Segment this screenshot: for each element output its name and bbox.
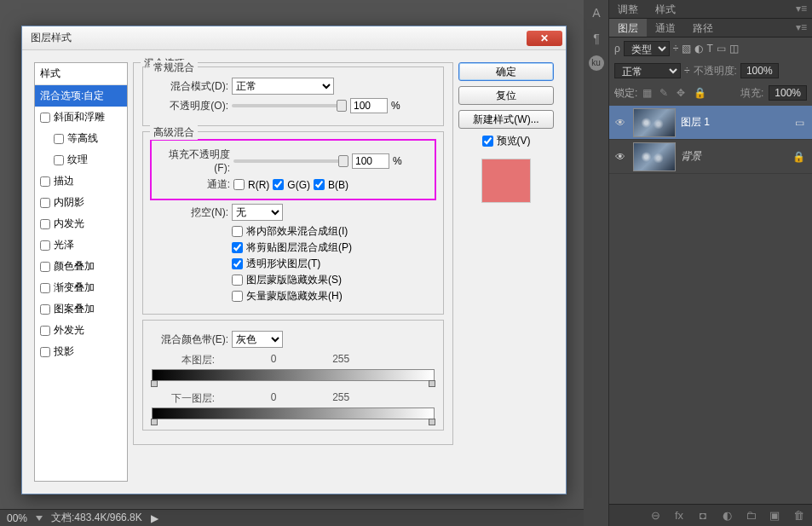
adv-checkbox-label: 图层蒙版隐藏效果(S) bbox=[246, 273, 342, 287]
paragraph-icon[interactable]: ¶ bbox=[584, 26, 609, 51]
style-row-12[interactable]: 投影 bbox=[35, 341, 127, 362]
lock-label: 锁定: bbox=[614, 86, 637, 101]
mask-icon[interactable]: ◘ bbox=[696, 509, 710, 523]
layers-menu-icon[interactable]: ▾≡ bbox=[791, 19, 812, 37]
style-row-8[interactable]: 颜色叠加 bbox=[35, 256, 127, 277]
fx-icon[interactable]: fx bbox=[672, 509, 686, 523]
adv-checkbox-4[interactable] bbox=[232, 291, 243, 302]
layer-thumbnail[interactable] bbox=[633, 108, 676, 137]
style-checkbox[interactable] bbox=[40, 304, 50, 315]
opacity-value[interactable]: 100% bbox=[740, 63, 779, 78]
advanced-blend-legend: 高级混合 bbox=[150, 125, 198, 140]
style-row-4[interactable]: 描边 bbox=[35, 171, 127, 192]
style-checkbox[interactable] bbox=[54, 134, 64, 144]
fill-opacity-input[interactable] bbox=[352, 153, 389, 169]
layer-name-label[interactable]: 背景 bbox=[681, 149, 792, 164]
style-checkbox[interactable] bbox=[40, 262, 50, 272]
layer-name-label[interactable]: 图层 1 bbox=[681, 115, 792, 130]
fill-value[interactable]: 100% bbox=[769, 85, 807, 101]
pct-label: % bbox=[393, 155, 402, 167]
style-row-9[interactable]: 渐变叠加 bbox=[35, 277, 127, 298]
lock-icon: 🔒 bbox=[792, 151, 805, 163]
style-checkbox[interactable] bbox=[40, 113, 50, 123]
style-row-7[interactable]: 光泽 bbox=[35, 234, 127, 256]
layer-row-background[interactable]: 👁 背景 🔒 bbox=[609, 140, 812, 174]
style-row-2[interactable]: 等高线 bbox=[35, 128, 127, 149]
channel-g-checkbox[interactable] bbox=[273, 179, 284, 190]
fill-opacity-slider[interactable] bbox=[233, 159, 348, 163]
opacity-slider[interactable] bbox=[232, 104, 347, 107]
tab-paths[interactable]: 路径 bbox=[684, 19, 722, 37]
kuler-icon[interactable]: ku bbox=[589, 55, 604, 71]
tab-layers[interactable]: 图层 bbox=[609, 19, 647, 37]
new-layer-icon[interactable]: ▣ bbox=[768, 509, 781, 523]
channels-label: 通道: bbox=[153, 177, 230, 192]
zoom-menu-icon[interactable] bbox=[36, 516, 43, 521]
adv-checkbox-0[interactable] bbox=[232, 226, 243, 237]
this-layer-gradient[interactable] bbox=[152, 369, 435, 381]
link-layers-icon[interactable]: ⊖ bbox=[648, 509, 662, 523]
fill-opacity-label: 填充不透明度(F): bbox=[153, 147, 230, 174]
tab-adjustments[interactable]: 调整 bbox=[609, 0, 647, 18]
adv-checkbox-1[interactable] bbox=[232, 242, 243, 253]
filter-smart-icon[interactable]: ◫ bbox=[729, 43, 739, 55]
style-checkbox[interactable] bbox=[40, 219, 50, 229]
style-checkbox[interactable] bbox=[40, 326, 50, 336]
style-row-11[interactable]: 外发光 bbox=[35, 320, 127, 341]
lock-all-icon[interactable]: 🔒 bbox=[694, 87, 705, 99]
pct-label: % bbox=[391, 100, 400, 112]
channel-r-checkbox[interactable] bbox=[233, 179, 245, 190]
general-blend-legend: 常规混合 bbox=[150, 61, 198, 75]
layer-link-icon[interactable]: ▭ bbox=[792, 117, 807, 129]
layer-row-1[interactable]: 👁 图层 1 ▭ bbox=[609, 106, 812, 140]
style-checkbox[interactable] bbox=[54, 155, 64, 165]
lock-pixels-icon[interactable]: ✎ bbox=[659, 87, 671, 99]
layer-filter-kind[interactable]: 类型 bbox=[624, 41, 670, 56]
style-row-6[interactable]: 内发光 bbox=[35, 213, 127, 234]
layer-thumbnail[interactable] bbox=[633, 142, 676, 171]
filter-adjust-icon[interactable]: ◐ bbox=[694, 43, 703, 55]
type-tool-icon[interactable]: A bbox=[584, 0, 609, 26]
channel-b-checkbox[interactable] bbox=[314, 179, 325, 190]
lock-position-icon[interactable]: ✥ bbox=[677, 87, 688, 99]
delete-layer-icon[interactable]: 🗑 bbox=[792, 509, 805, 523]
style-row-1[interactable]: 斜面和浮雕 bbox=[35, 107, 127, 128]
blend-if-dropdown[interactable]: 灰色 bbox=[232, 331, 283, 348]
style-checkbox[interactable] bbox=[40, 176, 50, 187]
opacity-input[interactable] bbox=[350, 98, 388, 113]
visibility-icon[interactable]: 👁 bbox=[613, 117, 628, 129]
style-row-0[interactable]: 混合选项:自定 bbox=[35, 85, 127, 107]
style-row-5[interactable]: 内阴影 bbox=[35, 192, 127, 213]
tab-channels[interactable]: 通道 bbox=[647, 19, 684, 37]
filter-type-icon[interactable]: T bbox=[706, 43, 712, 55]
zoom-level[interactable]: 00% bbox=[7, 512, 27, 524]
cancel-button[interactable]: 复位 bbox=[458, 86, 554, 105]
new-style-button[interactable]: 新建样式(W)... bbox=[458, 110, 554, 129]
style-checkbox[interactable] bbox=[40, 283, 50, 293]
style-row-3[interactable]: 纹理 bbox=[35, 149, 127, 171]
filter-shape-icon[interactable]: ▭ bbox=[717, 43, 726, 55]
visibility-icon[interactable]: 👁 bbox=[613, 151, 628, 163]
adv-checkbox-2[interactable] bbox=[232, 258, 243, 269]
blend-mode-dropdown[interactable]: 正常 bbox=[232, 78, 334, 95]
knockout-dropdown[interactable]: 无 bbox=[232, 204, 283, 221]
close-icon[interactable]: ✕ bbox=[527, 31, 562, 46]
adjustment-layer-icon[interactable]: ◐ bbox=[720, 509, 734, 523]
under-layer-gradient[interactable] bbox=[152, 408, 435, 419]
group-icon[interactable]: 🗀 bbox=[744, 509, 757, 523]
dialog-titlebar[interactable]: 图层样式 ✕ bbox=[22, 26, 566, 50]
adv-checkbox-3[interactable] bbox=[232, 275, 243, 286]
style-row-10[interactable]: 图案叠加 bbox=[35, 298, 127, 320]
lock-transparency-icon[interactable]: ▦ bbox=[642, 87, 654, 99]
style-label: 外发光 bbox=[54, 323, 84, 338]
doc-menu-arrow[interactable]: ▶ bbox=[151, 512, 158, 524]
blend-mode-select[interactable]: 正常 bbox=[614, 63, 681, 78]
style-checkbox[interactable] bbox=[40, 347, 50, 357]
style-checkbox[interactable] bbox=[40, 240, 50, 251]
ok-button[interactable]: 确定 bbox=[458, 62, 554, 81]
style-checkbox[interactable] bbox=[40, 198, 50, 208]
panel-menu-icon[interactable]: ▾≡ bbox=[791, 0, 812, 18]
tab-styles[interactable]: 样式 bbox=[647, 0, 684, 18]
filter-pixel-icon[interactable]: ▧ bbox=[682, 43, 691, 55]
preview-checkbox[interactable] bbox=[482, 136, 493, 147]
